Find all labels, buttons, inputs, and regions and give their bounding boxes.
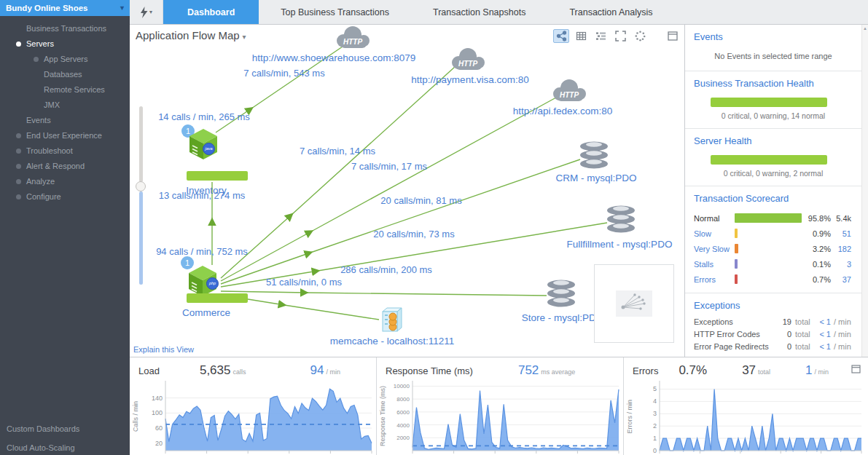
sidebar-item-analyze[interactable]: Analyze <box>0 174 130 189</box>
tab-dashboard[interactable]: Dashboard <box>163 0 259 24</box>
sidebar-item-alert-respond[interactable]: Alert & Respond <box>0 159 130 174</box>
node-visa[interactable]: HTTP <box>448 47 488 75</box>
right-panel: Events No Events in selected time range … <box>685 25 868 357</box>
panel-icon[interactable] <box>665 29 681 43</box>
svg-text:8000: 8000 <box>396 396 410 403</box>
app-server-cube-icon <box>187 127 220 161</box>
scorecard-row-normal: Normal 95.8% 5.4k <box>685 210 861 226</box>
edge-label-store: 286 calls/min, 200 ms <box>340 264 432 275</box>
node-memcache[interactable] <box>378 304 406 338</box>
right-panel-scrollbar[interactable]: ▲ <box>861 25 868 357</box>
node-fullfillment-db[interactable] <box>605 204 637 237</box>
tab-top-business-transactions[interactable]: Top Business Transactions <box>259 0 411 24</box>
tree-view-icon[interactable] <box>593 29 609 43</box>
php-badge-icon: php <box>206 277 219 290</box>
chevron-down-icon: ▾ <box>149 9 152 15</box>
node-label-commerce[interactable]: Commerce <box>182 307 230 318</box>
main-area: ▾ Dashboard Top Business Transactions Tr… <box>130 0 868 455</box>
sidebar-item-custom-dashboards[interactable]: Custom Dashboards <box>0 419 130 438</box>
exceptions-section: Exceptions Exceptions 19 total < 1 / min… <box>685 293 861 357</box>
svg-text:4000: 4000 <box>396 422 410 429</box>
node-label-memcache[interactable]: memcache - localhost:11211 <box>330 336 455 347</box>
minimap[interactable] <box>594 264 674 343</box>
response-time-y-axis-label: Response Time (ms) <box>377 378 388 455</box>
response-time-chart[interactable]: 200040006000800010000 <box>388 378 621 454</box>
server-health-title[interactable]: Server Health <box>685 129 861 146</box>
error-page-redirects-row: Error Page Redirects 0 total < 1 / min <box>685 340 861 352</box>
zoom-slider-track[interactable] <box>139 106 143 182</box>
events-title[interactable]: Events <box>685 25 861 42</box>
errors-chart-header: Errors 0.7% 37 total 1 / min <box>624 357 868 376</box>
node-label-shoewarehouse[interactable]: http://www.shoewarehouse.com:8079 <box>252 52 415 63</box>
scorecard-bar <box>735 274 738 284</box>
svg-text:3: 3 <box>653 410 657 417</box>
node-store-db[interactable] <box>545 278 577 312</box>
http-cloud-icon: HTTP <box>333 25 372 50</box>
svg-text:HTTP: HTTP <box>458 60 477 68</box>
transaction-scorecard-section: Transaction Scorecard Normal 95.8% 5.4k … <box>685 186 861 293</box>
svg-text:HTTP: HTTP <box>560 91 579 99</box>
node-label-visa[interactable]: http://payment.visa.com:80 <box>411 74 528 85</box>
errors-y-axis-label: Errors / min <box>624 378 635 455</box>
sidebar-item-configure[interactable]: Configure <box>0 189 130 205</box>
svg-text:60: 60 <box>155 424 163 432</box>
svg-text:5: 5 <box>653 385 657 392</box>
sidebar-item-events[interactable]: Events <box>0 113 130 128</box>
explain-this-view-link[interactable]: Explain this View <box>133 345 194 354</box>
edge-label-fedex: 7 calls/min, 17 ms <box>351 161 427 172</box>
load-chart-card: Load 5,635 calls 94 / min Calls / min 20… <box>130 357 377 455</box>
tab-transaction-snapshots[interactable]: Transaction Snapshots <box>411 0 547 24</box>
health-bar-commerce[interactable] <box>187 293 248 303</box>
sidebar-item-app-servers[interactable]: App Servers <box>0 52 130 67</box>
zoom-slider-handle[interactable] <box>136 181 146 191</box>
exceptions-title[interactable]: Exceptions <box>685 293 861 311</box>
node-label-fullfillment-db[interactable]: Fullfillment - mysql:PDO <box>567 239 673 250</box>
chevron-down-icon: ▾ <box>120 0 124 16</box>
http-cloud-icon: HTTP <box>550 79 589 103</box>
zoom-slider-track[interactable] <box>139 191 143 285</box>
errors-chart[interactable]: 012345 <box>635 378 864 454</box>
sidebar-item-business-transactions[interactable]: Business Transactions <box>0 21 130 36</box>
fullscreen-icon[interactable] <box>612 29 628 43</box>
bullet-icon <box>16 179 21 184</box>
panel-icon[interactable] <box>851 363 861 376</box>
flow-map-view-dropdown[interactable]: Application Flow Map▾ <box>136 29 246 41</box>
database-icon <box>578 140 610 170</box>
node-label-crm-db[interactable]: CRM - mysql:PDO <box>556 173 637 183</box>
transaction-scorecard-title[interactable]: Transaction Scorecard <box>685 186 861 204</box>
edge-label-fullfillment: 20 calls/min, 73 ms <box>373 229 454 240</box>
node-shoewarehouse[interactable]: HTTP <box>333 25 372 53</box>
health-bar-inventory[interactable] <box>187 171 248 181</box>
application-selector[interactable]: Bundy Online Shoes ▾ <box>0 0 130 16</box>
load-chart[interactable]: 2060100140 <box>141 378 374 454</box>
edge-label-commerce-inventory: 13 calls/min, 274 ms <box>159 190 246 201</box>
sidebar-item-databases[interactable]: Databases <box>0 67 130 82</box>
node-label-store-db[interactable]: Store - mysql:PDO <box>522 312 604 323</box>
sidebar-item-end-user-experience[interactable]: End User Experience <box>0 128 130 143</box>
sidebar-item-cloud-auto-scaling[interactable]: Cloud Auto-Scaling <box>0 438 130 455</box>
sidebar-item-jmx[interactable]: JMX <box>0 98 130 113</box>
refresh-icon[interactable] <box>632 29 648 43</box>
node-label-fedex[interactable]: http://api.fedex.com:80 <box>513 106 613 116</box>
sidebar-item-troubleshoot[interactable]: Troubleshoot <box>0 143 130 159</box>
sidebar-item-remote-services[interactable]: Remote Services <box>0 82 130 98</box>
flow-view-icon[interactable] <box>553 29 569 43</box>
svg-text:20: 20 <box>155 440 163 447</box>
scorecard-row-very-slow: Very Slow 3.2% 182 <box>685 241 861 256</box>
node-fedex[interactable]: HTTP <box>550 79 589 106</box>
sidebar-footer: Custom Dashboards Cloud Auto-Scaling <box>0 419 130 455</box>
server-health-bar[interactable] <box>711 155 827 165</box>
svg-text:10000: 10000 <box>394 383 410 389</box>
node-crm-db[interactable] <box>578 140 610 173</box>
tab-transaction-analysis[interactable]: Transaction Analysis <box>547 0 674 24</box>
sidebar-item-servers[interactable]: Servers <box>0 36 130 52</box>
quick-actions-button[interactable]: ▾ <box>130 0 163 24</box>
bt-health-bar[interactable] <box>711 98 827 107</box>
cache-icon <box>378 304 406 335</box>
bt-health-title[interactable]: Business Transaction Health <box>685 71 861 89</box>
scorecard-row-slow: Slow 0.9% 51 <box>685 226 861 241</box>
grid-view-icon[interactable] <box>573 29 589 43</box>
edge-label-crm: 20 calls/min, 81 ms <box>380 195 461 206</box>
scorecard-bar <box>735 229 738 238</box>
exceptions-rows: Exceptions 19 total < 1 / min HTTP Error… <box>685 311 861 357</box>
